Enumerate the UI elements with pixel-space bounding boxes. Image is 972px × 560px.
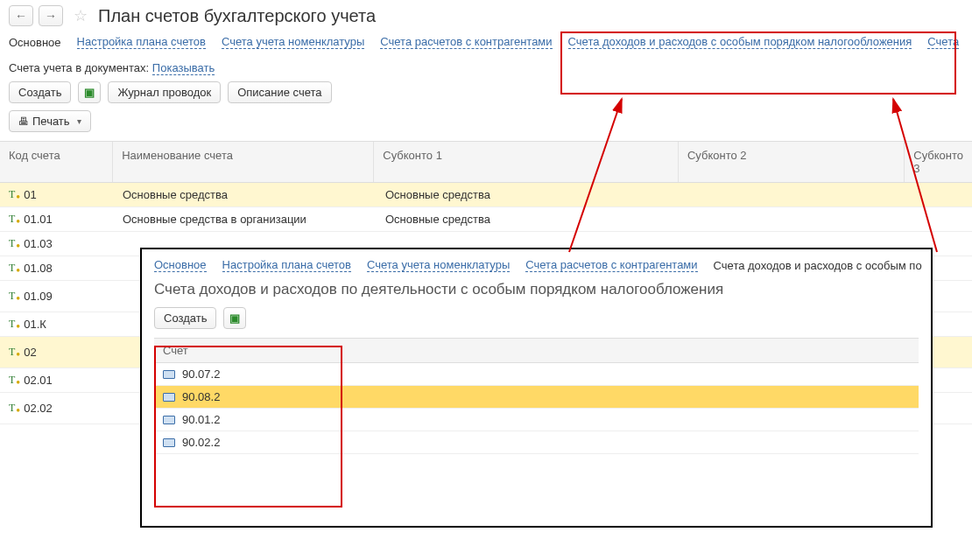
inner-create-button[interactable]: Создать xyxy=(154,307,216,329)
th-sub1[interactable]: Субконто 1 xyxy=(374,142,679,182)
th-sub2[interactable]: Субконто 2 xyxy=(679,142,905,182)
inner-tab-nomen[interactable]: Счета учета номенклатуры xyxy=(367,258,510,272)
cell-sub1 xyxy=(377,241,683,248)
cell-code: 01.01 xyxy=(24,213,53,226)
main-tabs: Основное Настройка плана счетов Счета уч… xyxy=(0,32,972,58)
record-icon xyxy=(163,393,175,402)
account-icon: Т● xyxy=(9,290,20,303)
refresh-button[interactable]: ▣ xyxy=(78,81,101,103)
inner-row[interactable]: 90.08.2 xyxy=(154,386,919,409)
inner-tab-tax[interactable]: Счета доходов и расходов с особым по xyxy=(714,259,922,272)
account-icon: Т● xyxy=(9,213,20,226)
account-icon: Т● xyxy=(9,318,20,331)
record-icon xyxy=(163,416,175,424)
table-row[interactable]: Т●01 Основные средства Основные средства xyxy=(0,183,972,207)
inner-table: Счет 90.07.2 90.08.2 90.01.2 90.02.2 xyxy=(154,338,919,454)
forward-button[interactable]: → xyxy=(39,5,63,26)
record-icon xyxy=(163,370,175,379)
cell-sub1: Основные средства xyxy=(377,185,683,205)
cell-name: Основные средства в организации xyxy=(114,209,377,229)
inner-toolbar: Создать ▣ xyxy=(142,307,931,338)
cell-name xyxy=(114,241,377,248)
account-icon: Т● xyxy=(9,374,20,387)
cell-code: 02 xyxy=(24,346,36,359)
inner-tab-contr[interactable]: Счета расчетов с контрагентами xyxy=(525,258,697,272)
cell-code: 02.01 xyxy=(24,374,53,387)
inner-refresh-button[interactable]: ▣ xyxy=(223,307,246,329)
print-button[interactable]: Печать xyxy=(9,110,91,132)
back-button[interactable]: ← xyxy=(9,5,33,26)
page-title: План счетов бухгалтерского учета xyxy=(98,6,376,26)
inner-cell: 90.01.2 xyxy=(182,413,220,426)
cell-code: 01.09 xyxy=(24,290,53,303)
inner-cell: 90.08.2 xyxy=(182,390,220,403)
info-label: Счета учета в документах: xyxy=(9,61,149,74)
show-link[interactable]: Показывать xyxy=(152,61,215,75)
tab-tax-accounts[interactable]: Счета доходов и расходов с особым порядк… xyxy=(568,35,912,49)
inner-th-account[interactable]: Счет xyxy=(154,339,919,363)
account-icon: Т● xyxy=(9,188,20,201)
account-icon: Т● xyxy=(9,262,20,275)
record-icon xyxy=(163,438,175,447)
refresh-icon: ▣ xyxy=(229,312,240,325)
account-icon: Т● xyxy=(9,237,20,250)
account-icon: Т● xyxy=(9,402,20,415)
refresh-icon: ▣ xyxy=(84,86,95,99)
inner-row[interactable]: 90.07.2 xyxy=(154,363,919,386)
print-label: Печать xyxy=(32,115,70,128)
inner-tabs: Основное Настройка плана счетов Счета уч… xyxy=(142,249,931,277)
th-name[interactable]: Наименование счета xyxy=(113,142,374,182)
toolbar-secondary: Печать xyxy=(0,110,972,141)
th-code[interactable]: Код счета xyxy=(0,142,113,182)
inner-cell: 90.07.2 xyxy=(182,368,220,381)
cell-name: Основные средства xyxy=(114,185,377,205)
description-button[interactable]: Описание счета xyxy=(228,81,331,103)
tab-nomenclature[interactable]: Счета учета номенклатуры xyxy=(222,35,364,49)
inner-tab-setup[interactable]: Настройка плана счетов xyxy=(222,258,351,272)
tab-accounts-more[interactable]: Счета xyxy=(927,35,959,49)
inner-row[interactable]: 90.01.2 xyxy=(154,409,919,431)
favorite-star-icon[interactable]: ☆ xyxy=(74,6,88,25)
cell-code: 02.02 xyxy=(24,402,53,415)
th-sub3[interactable]: Субконто 3 xyxy=(905,142,972,182)
tab-main[interactable]: Основное xyxy=(9,36,61,49)
inner-row[interactable]: 90.02.2 xyxy=(154,431,919,454)
cell-code: 01 xyxy=(24,188,36,201)
inner-cell: 90.02.2 xyxy=(182,436,220,449)
cell-code: 01.08 xyxy=(24,262,53,275)
table-row[interactable]: Т●01.01 Основные средства в организации … xyxy=(0,207,972,232)
toolbar: Создать ▣ Журнал проводок Описание счета xyxy=(0,81,972,110)
tab-plan-setup[interactable]: Настройка плана счетов xyxy=(77,35,206,49)
inner-tab-main[interactable]: Основное xyxy=(154,258,207,272)
create-button[interactable]: Создать xyxy=(9,81,71,103)
nav-bar: ← → ☆ План счетов бухгалтерского учета xyxy=(0,0,972,32)
printer-icon xyxy=(18,115,29,128)
cell-code: 01.К xyxy=(24,318,46,331)
cell-code: 01.03 xyxy=(24,237,53,250)
inner-window: Основное Настройка плана счетов Счета уч… xyxy=(140,248,933,528)
inner-title: Счета доходов и расходов по деятельности… xyxy=(142,277,931,307)
cell-sub1: Основные средства xyxy=(377,209,683,229)
tab-contractors[interactable]: Счета расчетов с контрагентами xyxy=(380,35,552,49)
table-header: Код счета Наименование счета Субконто 1 … xyxy=(0,142,972,183)
journal-button[interactable]: Журнал проводок xyxy=(108,81,221,103)
account-icon: Т● xyxy=(9,346,20,359)
info-row: Счета учета в документах: Показывать xyxy=(0,58,972,81)
